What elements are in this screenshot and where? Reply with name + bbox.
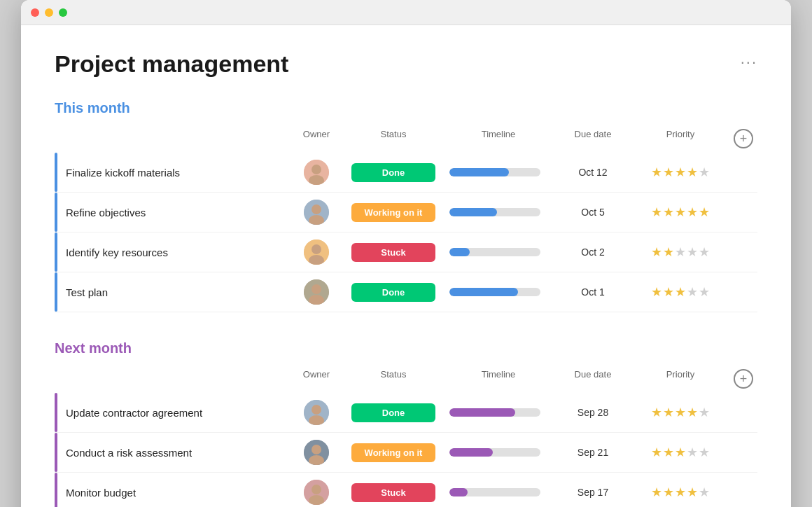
status-badge: Stuck: [351, 243, 435, 262]
task-name[interactable]: Test plan: [55, 286, 288, 298]
priority-stars: ★★★★★: [631, 445, 729, 460]
priority-stars: ★★★★★: [631, 244, 729, 260]
page-header: Project management ···: [55, 50, 757, 78]
table-row: Identify key resources StuckOct 2★★★★★: [55, 232, 757, 272]
sections-container: This monthOwnerStatusTimelineDue datePri…: [55, 100, 757, 507]
star: ★: [687, 245, 699, 259]
star: ★: [651, 285, 663, 299]
section-title-next-month: Next month: [55, 340, 132, 356]
page-title: Project management: [55, 50, 288, 78]
star: ★: [651, 405, 663, 419]
star: ★: [663, 445, 675, 459]
star: ★: [687, 285, 699, 299]
avatar: [304, 480, 329, 505]
star: ★: [687, 445, 699, 459]
due-date: Oct 12: [554, 167, 631, 178]
priority-stars: ★★★★★: [631, 204, 729, 220]
status-badge: Done: [351, 403, 435, 422]
due-date: Sep 17: [554, 487, 631, 498]
more-options-button[interactable]: ···: [741, 50, 757, 71]
table-row: Update contractor agreement DoneSep 28★★…: [55, 393, 757, 433]
section-this-month: This monthOwnerStatusTimelineDue datePri…: [55, 100, 757, 312]
svg-point-7: [312, 244, 321, 254]
star: ★: [675, 405, 687, 419]
add-task-button-this-month[interactable]: +: [734, 129, 753, 148]
task-name[interactable]: Monitor budget: [55, 487, 288, 499]
avatar: [304, 279, 329, 305]
task-name[interactable]: Update contractor agreement: [55, 407, 288, 419]
table-header: OwnerStatusTimelineDue datePriority+: [55, 365, 757, 393]
avatar: [304, 400, 329, 425]
star: ★: [663, 165, 675, 179]
svg-point-19: [312, 485, 321, 494]
avatar: [304, 239, 329, 265]
star: ★: [675, 285, 687, 299]
svg-point-16: [312, 445, 321, 454]
due-date: Sep 21: [554, 447, 631, 458]
priority-stars: ★★★★★: [631, 165, 729, 180]
avatar: [304, 160, 329, 185]
svg-point-13: [312, 405, 321, 415]
due-date: Sep 28: [554, 407, 631, 418]
close-dot[interactable]: [31, 8, 39, 17]
status-badge: Working on it: [351, 443, 435, 462]
status-badge: Done: [351, 283, 435, 302]
app-window: Project management ··· This monthOwnerSt…: [21, 0, 791, 507]
status-badge: Working on it: [351, 203, 435, 222]
star: ★: [687, 405, 699, 419]
star: ★: [651, 485, 663, 499]
priority-stars: ★★★★★: [631, 405, 729, 420]
section-title-this-month: This month: [55, 100, 130, 116]
section-next-month: Next monthOwnerStatusTimelineDue datePri…: [55, 340, 757, 507]
svg-point-4: [312, 204, 321, 214]
table-header: OwnerStatusTimelineDue datePriority+: [55, 125, 757, 153]
star: ★: [651, 165, 663, 179]
star: ★: [699, 165, 710, 179]
due-date: Oct 1: [554, 286, 631, 298]
avatar: [304, 200, 329, 225]
add-task-button-next-month[interactable]: +: [734, 369, 753, 389]
avatar: [304, 440, 329, 465]
task-name[interactable]: Refine objectives: [55, 207, 288, 218]
status-badge: Done: [351, 163, 435, 182]
star: ★: [663, 205, 675, 219]
task-name[interactable]: Identify key resources: [55, 246, 288, 258]
status-badge: Stuck: [351, 483, 435, 502]
star: ★: [699, 205, 710, 219]
star: ★: [675, 445, 687, 459]
star: ★: [699, 405, 710, 419]
star: ★: [699, 245, 710, 259]
task-name[interactable]: Finalize kickoff materials: [55, 167, 288, 179]
minimize-dot[interactable]: [45, 8, 53, 17]
table-row: Refine objectives Working on itOct 5★★★★…: [55, 193, 757, 232]
star: ★: [699, 445, 710, 459]
star: ★: [651, 445, 663, 459]
maximize-dot[interactable]: [59, 8, 67, 17]
task-name[interactable]: Conduct a risk assessment: [55, 447, 288, 459]
main-content: Project management ··· This monthOwnerSt…: [21, 25, 791, 507]
due-date: Oct 2: [554, 246, 631, 258]
star: ★: [675, 165, 687, 179]
priority-stars: ★★★★★: [631, 284, 729, 300]
due-date: Oct 5: [554, 207, 631, 218]
star: ★: [663, 485, 675, 499]
star: ★: [675, 245, 687, 259]
star: ★: [651, 205, 663, 219]
star: ★: [663, 285, 675, 299]
svg-point-1: [312, 165, 321, 174]
star: ★: [675, 485, 687, 499]
svg-point-10: [312, 284, 321, 294]
star: ★: [675, 205, 687, 219]
star: ★: [663, 245, 675, 259]
star: ★: [651, 245, 663, 259]
star: ★: [687, 485, 699, 499]
table-row: Finalize kickoff materials DoneOct 12★★★…: [55, 153, 757, 193]
star: ★: [699, 285, 710, 299]
star: ★: [687, 205, 699, 219]
table-row: Conduct a risk assessment Working on itS…: [55, 433, 757, 473]
table-row: Test plan DoneOct 1★★★★★: [55, 272, 757, 312]
star: ★: [663, 405, 675, 419]
star: ★: [687, 165, 699, 179]
table-row: Monitor budget StuckSep 17★★★★★: [55, 473, 757, 507]
priority-stars: ★★★★★: [631, 485, 729, 500]
